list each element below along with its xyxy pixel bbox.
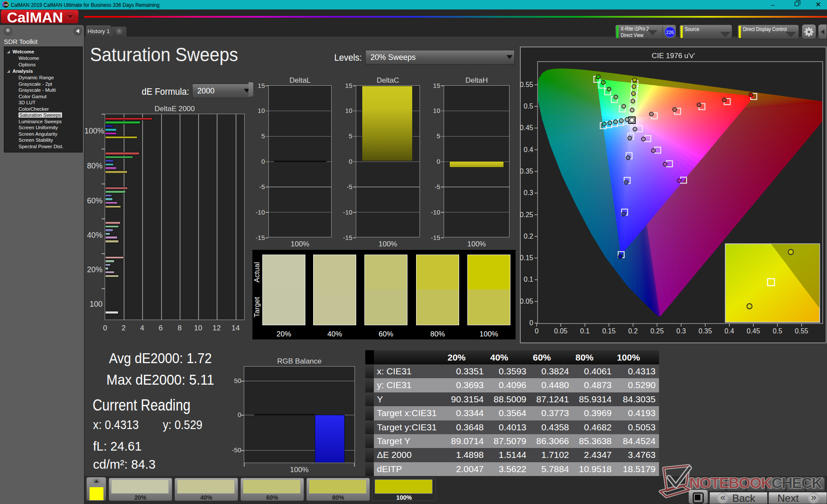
svg-text:0.35: 0.35 <box>699 327 712 335</box>
svg-text:0.25: 0.25 <box>520 211 533 218</box>
svg-text:0: 0 <box>535 327 539 335</box>
svg-text:0.5: 0.5 <box>524 103 533 110</box>
svg-text:0.05: 0.05 <box>520 298 533 305</box>
svg-text:0.45: 0.45 <box>520 124 533 131</box>
svg-text:0.1: 0.1 <box>524 276 533 283</box>
svg-text:0.3: 0.3 <box>676 327 686 335</box>
svg-text:CIE 1976 u'v': CIE 1976 u'v' <box>652 52 695 60</box>
svg-text:0.3: 0.3 <box>524 189 533 196</box>
svg-text:0.15: 0.15 <box>602 327 616 335</box>
svg-text:0.55: 0.55 <box>795 327 808 335</box>
svg-text:0.1: 0.1 <box>580 327 590 335</box>
svg-text:0: 0 <box>529 319 533 327</box>
svg-text:0.2: 0.2 <box>524 233 533 240</box>
svg-text:0.05: 0.05 <box>554 327 567 335</box>
svg-text:0.4: 0.4 <box>524 146 533 153</box>
svg-text:0.55: 0.55 <box>520 81 533 88</box>
svg-text:0.4: 0.4 <box>724 327 734 335</box>
svg-text:0.35: 0.35 <box>520 168 533 175</box>
svg-text:0.5: 0.5 <box>773 327 782 335</box>
svg-text:0.15: 0.15 <box>520 254 533 261</box>
svg-text:0.25: 0.25 <box>650 327 664 335</box>
svg-text:0.2: 0.2 <box>628 327 637 335</box>
svg-text:NOTEBOOK: NOTEBOOK <box>689 474 771 491</box>
svg-text:0.45: 0.45 <box>747 327 760 335</box>
svg-text:CHECK: CHECK <box>771 474 822 491</box>
